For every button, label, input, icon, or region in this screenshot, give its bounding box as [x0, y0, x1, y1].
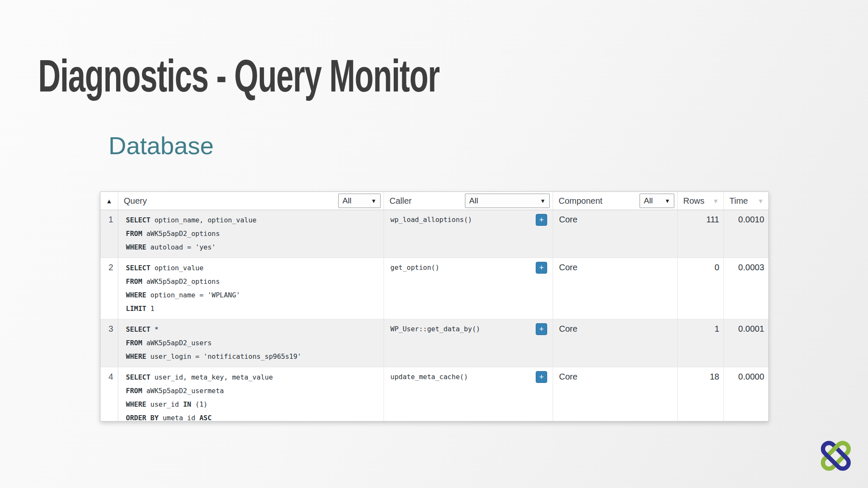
table-row: 4 SELECT user_id, meta_key, meta_value F… — [100, 367, 768, 421]
chain-link-icon — [821, 441, 851, 471]
sql-line: SELECT user_id, meta_key, meta_value — [126, 371, 379, 384]
dropdown-arrow-icon: ▼ — [371, 198, 376, 204]
rows-count-cell: 111 — [678, 210, 724, 258]
sql-query-cell: SELECT option_name, option_value FROM aW… — [118, 210, 384, 258]
query-filter-value: All — [342, 196, 351, 205]
rows-count-cell: 0 — [678, 258, 724, 319]
column-header-rows[interactable]: Rows ▼ — [678, 192, 724, 210]
sql-line: SELECT option_name, option_value — [126, 214, 379, 227]
component-filter-select[interactable]: All ▼ — [640, 194, 674, 208]
caller-text: wp_load_alloptions() — [390, 216, 472, 224]
sql-query-cell: SELECT * FROM aWK5p5apD2_users WHERE use… — [118, 319, 384, 367]
sql-line: ORDER BY umeta_id ASC — [126, 411, 379, 421]
sql-line: WHERE option_name = 'WPLANG' — [126, 288, 379, 302]
caller-cell: get_option() + — [384, 258, 553, 319]
component-filter-value: All — [644, 196, 653, 205]
component-cell: Core — [553, 367, 678, 421]
component-column-label: Component — [559, 196, 602, 206]
row-number: 4 — [100, 367, 118, 421]
sql-line: FROM aWK5p5apD2_users — [126, 336, 379, 350]
time-cell: 0.0010 — [724, 210, 768, 258]
sql-line: WHERE user_id IN (1) — [126, 398, 379, 411]
column-header-component: Component All ▼ — [553, 192, 678, 210]
dropdown-arrow-icon: ▼ — [540, 198, 545, 204]
column-header-time[interactable]: Time ▼ — [724, 192, 768, 210]
table-row: 1 SELECT option_name, option_value FROM … — [100, 210, 768, 258]
rows-count-cell: 1 — [678, 319, 724, 367]
sql-line: FROM aWK5p5apD2_options — [126, 227, 379, 241]
expand-caller-button[interactable]: + — [536, 262, 547, 274]
expand-caller-button[interactable]: + — [536, 371, 547, 383]
time-cell: 0.0000 — [724, 367, 768, 421]
brand-logo — [814, 435, 858, 477]
dropdown-arrow-icon: ▼ — [665, 198, 670, 204]
component-cell: Core — [553, 210, 678, 258]
rows-count-cell: 18 — [678, 367, 724, 421]
rows-column-label: Rows — [683, 196, 704, 206]
page-title: Diagnostics - Query Monitor — [38, 49, 440, 102]
presentation-slide: Diagnostics - Query Monitor Database ▲ Q… — [0, 0, 868, 488]
time-cell: 0.0003 — [724, 258, 768, 319]
sql-line: SELECT * — [126, 323, 379, 336]
section-subtitle: Database — [108, 131, 214, 160]
sql-line: SELECT option_value — [126, 261, 379, 275]
sort-descending-icon: ▼ — [757, 198, 764, 204]
sort-descending-icon: ▼ — [712, 198, 719, 204]
caller-cell: update_meta_cache() + — [384, 367, 553, 421]
caller-filter-select[interactable]: All ▼ — [465, 194, 550, 208]
query-monitor-table: ▲ Query All ▼ Caller All ▼ Component Al — [100, 191, 769, 421]
query-column-label: Query — [124, 196, 147, 206]
expand-caller-button[interactable]: + — [536, 214, 547, 226]
caller-cell: wp_load_alloptions() + — [384, 210, 553, 258]
column-header-query: Query All ▼ — [118, 192, 384, 210]
component-cell: Core — [553, 319, 678, 367]
row-number: 3 — [100, 319, 118, 367]
sql-line: WHERE user_login = 'notifications_sp965s… — [126, 350, 379, 363]
table-header-row: ▲ Query All ▼ Caller All ▼ Component Al — [100, 192, 768, 210]
sql-query-cell: SELECT user_id, meta_key, meta_value FRO… — [118, 367, 384, 421]
caller-column-label: Caller — [389, 196, 412, 206]
component-cell: Core — [553, 258, 678, 319]
expand-caller-button[interactable]: + — [536, 323, 547, 335]
caller-text: WP_User::get_data_by() — [390, 325, 480, 333]
sql-query-cell: SELECT option_value FROM aWK5p5apD2_opti… — [118, 258, 384, 319]
caller-cell: WP_User::get_data_by() + — [384, 319, 553, 367]
table-row: 3 SELECT * FROM aWK5p5apD2_users WHERE u… — [100, 319, 768, 367]
sql-line: LIMIT 1 — [126, 302, 379, 316]
table-row: 2 SELECT option_value FROM aWK5p5apD2_op… — [100, 258, 768, 319]
caller-text: update_meta_cache() — [390, 373, 468, 381]
column-header-sort[interactable]: ▲ — [100, 192, 118, 210]
sql-line: FROM aWK5p5apD2_options — [126, 275, 379, 288]
caller-text: get_option() — [390, 263, 440, 272]
row-number: 1 — [100, 210, 118, 258]
row-number: 2 — [100, 258, 118, 319]
caller-filter-value: All — [469, 196, 478, 205]
sql-line: WHERE autoload = 'yes' — [126, 241, 379, 254]
time-cell: 0.0001 — [724, 319, 768, 367]
time-column-label: Time — [729, 196, 748, 206]
column-header-caller: Caller All ▼ — [384, 192, 553, 210]
sql-line: FROM aWK5p5apD2_usermeta — [126, 384, 379, 398]
sort-ascending-icon: ▲ — [106, 198, 112, 204]
query-filter-select[interactable]: All ▼ — [338, 194, 381, 208]
